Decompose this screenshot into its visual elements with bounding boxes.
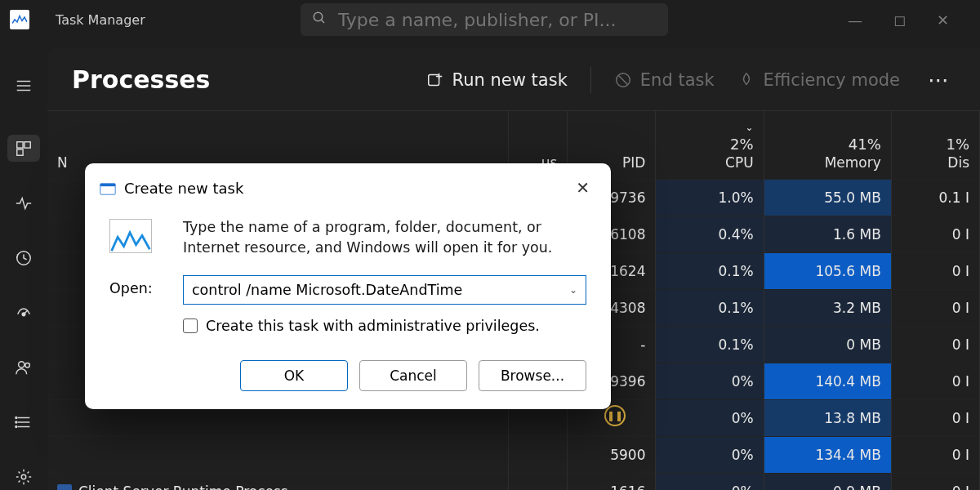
nav-details[interactable]	[7, 408, 40, 435]
sidebar	[0, 39, 47, 490]
svg-line-24	[618, 75, 627, 84]
more-button[interactable]: ⋯	[923, 68, 956, 92]
create-new-task-dialog: Create new task ✕ Type the name of a pro…	[85, 163, 611, 409]
minimize-button[interactable]: —	[848, 11, 862, 29]
cancel-button[interactable]: Cancel	[359, 360, 467, 391]
svg-rect-5	[17, 141, 23, 147]
nav-users[interactable]	[7, 354, 40, 381]
svg-rect-7	[17, 149, 23, 154]
app-icon	[10, 10, 29, 29]
nav-services[interactable]	[7, 463, 40, 490]
toolbar-divider	[590, 67, 591, 93]
open-label: Open:	[109, 275, 167, 296]
svg-point-11	[19, 361, 24, 367]
search-box[interactable]	[301, 3, 668, 36]
dialog-title: Create new task	[124, 180, 243, 197]
ok-button[interactable]: OK	[240, 360, 348, 391]
table-row[interactable]: Client Server Runtime Process16160%0.9 M…	[47, 474, 980, 491]
run-new-task-button[interactable]: Run new task	[426, 70, 568, 90]
svg-point-12	[25, 363, 30, 368]
sort-caret-icon: ⌄	[746, 122, 754, 133]
run-new-task-label: Run new task	[452, 70, 568, 90]
dialog-large-icon	[109, 219, 152, 253]
nav-processes[interactable]	[7, 135, 40, 162]
chevron-down-icon[interactable]: ⌄	[569, 284, 577, 296]
titlebar: Task Manager — ◻ ✕	[0, 0, 980, 39]
svg-point-19	[21, 474, 26, 479]
open-input[interactable]	[192, 282, 569, 298]
col-cpu[interactable]: ⌄ 2% CPU	[656, 111, 764, 180]
svg-line-1	[321, 20, 324, 23]
col-disk[interactable]: 1% Dis	[891, 111, 979, 180]
run-dialog-icon	[100, 181, 116, 194]
efficiency-label: Efficiency mode	[764, 70, 900, 90]
page-toolbar: Processes Run new task End task Efficien…	[47, 47, 980, 110]
svg-point-0	[314, 12, 323, 21]
table-row[interactable]: 59000%134.4 MB0 I	[47, 437, 980, 474]
end-task-button[interactable]: End task	[614, 70, 715, 90]
svg-point-18	[16, 425, 17, 427]
svg-rect-26	[100, 184, 115, 186]
app-title: Task Manager	[56, 12, 145, 28]
browse-button[interactable]: Browse...	[479, 360, 586, 391]
open-combobox[interactable]: ⌄	[183, 275, 586, 305]
maximize-button[interactable]: ◻	[893, 11, 906, 29]
col-memory[interactable]: 41% Memory	[764, 111, 891, 180]
admin-checkbox[interactable]	[183, 318, 198, 333]
dialog-instructions: Type the name of a program, folder, docu…	[183, 217, 586, 259]
admin-checkbox-label: Create this task with administrative pri…	[206, 318, 540, 334]
svg-point-17	[16, 421, 17, 423]
dialog-close-button[interactable]: ✕	[569, 175, 596, 201]
window-controls: — ◻ ✕	[848, 11, 973, 29]
close-button[interactable]: ✕	[937, 11, 949, 29]
search-icon	[312, 11, 327, 29]
pause-badge-icon: ❚❚	[604, 405, 626, 426]
hamburger-button[interactable]	[7, 72, 40, 99]
svg-rect-6	[24, 141, 30, 147]
nav-startup[interactable]	[7, 299, 40, 326]
search-input[interactable]	[338, 10, 657, 30]
nav-performance[interactable]	[7, 189, 40, 216]
efficiency-mode-button[interactable]: Efficiency mode	[737, 70, 900, 90]
page-heading: Processes	[72, 65, 210, 94]
svg-point-16	[16, 416, 17, 418]
end-task-label: End task	[640, 70, 715, 90]
nav-app-history[interactable]	[7, 244, 40, 271]
